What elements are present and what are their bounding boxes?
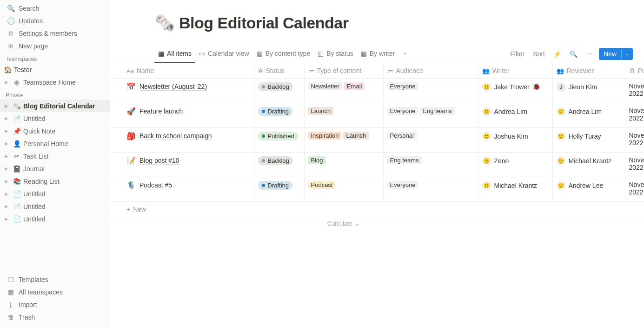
row-title[interactable]: Blog post #10 [139, 157, 179, 165]
tag[interactable]: Personal [387, 132, 417, 140]
chevron-right-icon[interactable]: ▶ [3, 128, 10, 133]
row-title[interactable]: Newsletter (August '22) [139, 83, 207, 91]
sidebar-page-untitled[interactable]: ▶📄Untitled [0, 112, 110, 125]
status-pill[interactable]: Drafting [258, 181, 293, 190]
reviewer-cell[interactable]: 🙂Michael Krantz [552, 153, 625, 177]
column-audience[interactable]: ≔Audience [383, 63, 478, 79]
audience-cell[interactable]: Everyone [383, 79, 478, 103]
reviewer-cell[interactable]: 🙂Andrea Lim [552, 103, 625, 128]
chevron-right-icon[interactable]: ▶ [3, 191, 10, 196]
writer-cell[interactable]: 🙂Andrea Lim [478, 103, 552, 128]
view-tab-by-content-type[interactable]: ▦By content type [253, 45, 314, 63]
type-cell[interactable]: Podcast [304, 177, 383, 202]
sidebar-page-untitled[interactable]: ▶📄Untitled [0, 213, 110, 225]
chevron-right-icon[interactable]: ▶ [3, 153, 10, 159]
table-row[interactable]: 📅Newsletter (August '22) Backlog Newslet… [110, 79, 644, 103]
workspace-switcher[interactable]: 🏠 Tester [0, 63, 110, 76]
person-chip[interactable]: 🙂Andrea Lim [557, 107, 602, 116]
chevron-right-icon[interactable]: ▶ [3, 166, 10, 171]
chevron-right-icon[interactable]: ▶ [3, 216, 10, 221]
tag[interactable]: Everyone [387, 107, 418, 115]
sidebar-page-blog-editorial-calendar[interactable]: ▶🗞️Blog Editorial Calendar [0, 100, 110, 112]
view-tab-calendar-view[interactable]: ▭Calendar view [195, 45, 253, 63]
column-name[interactable]: AaName [110, 63, 254, 79]
sidebar-search[interactable]: 🔍Search [2, 2, 108, 14]
status-pill[interactable]: Published [258, 132, 298, 140]
sidebar-page-reading-list[interactable]: ▶📚Reading List [0, 175, 110, 187]
table-row[interactable]: 🎒Back to school campaign Published Inspi… [110, 128, 644, 153]
reviewer-cell[interactable]: 🙂Holly Turay [552, 128, 625, 153]
page-emoji-icon[interactable]: 🗞️ [154, 13, 175, 33]
sidebar-page-quick-note[interactable]: ▶📌Quick Note [0, 125, 110, 137]
more-icon[interactable]: ⋯ [584, 48, 594, 60]
table-row[interactable]: 🚀Feature launch Drafting Launch Everyone… [110, 103, 644, 128]
type-cell[interactable]: NewsletterEmail [304, 79, 383, 103]
sort-button[interactable]: Sort [531, 48, 547, 60]
new-button[interactable]: New [599, 48, 621, 60]
sidebar-page-personal-home[interactable]: ▶👤Personal Home [0, 137, 110, 150]
chevron-right-icon[interactable]: ▶ [3, 116, 10, 121]
reviewer-cell[interactable]: 🙂Andrew Lee [552, 177, 625, 202]
type-cell[interactable]: Launch [304, 103, 383, 128]
chevron-right-icon[interactable]: ▶ [3, 141, 10, 146]
tag[interactable]: Everyone [387, 181, 418, 189]
writer-cell[interactable]: 🙂Jake Trower🐞 [478, 79, 552, 103]
publish-cell[interactable]: Novem2022 [625, 79, 644, 103]
sidebar-updates[interactable]: 🕘Updates [2, 14, 108, 27]
tag[interactable]: Email [344, 82, 365, 90]
tag[interactable]: Newsletter [308, 82, 342, 90]
search-icon[interactable]: 🔍 [568, 48, 579, 60]
row-title[interactable]: Podcast #5 [139, 181, 172, 189]
person-chip[interactable]: 🙂Holly Turay [557, 132, 601, 141]
teamspace-home[interactable]: ▶ ◉ Teamspace Home [0, 76, 110, 88]
new-dropdown-icon[interactable]: ⌄ [621, 49, 633, 59]
sidebar-page-journal[interactable]: ▶📓Journal [0, 162, 110, 175]
audience-cell[interactable]: Everyone [383, 177, 478, 202]
tag[interactable]: Launch [308, 107, 334, 115]
type-cell[interactable]: InspirationLaunch [304, 128, 383, 153]
publish-cell[interactable]: Novem2022 [625, 103, 644, 128]
person-chip[interactable]: 🙂Michael Krantz [482, 181, 538, 190]
page-title[interactable]: Blog Editorial Calendar [179, 14, 348, 32]
sidebar-new-page[interactable]: ⊕New page [2, 40, 108, 52]
new-row-button[interactable]: + New [110, 202, 644, 217]
column-writer[interactable]: 👥Writer [478, 63, 552, 79]
person-chip[interactable]: 🙂Zeno [482, 156, 509, 166]
tag[interactable]: Eng teams [420, 107, 454, 115]
publish-cell[interactable]: Novem2022 [625, 153, 644, 177]
sidebar-page-task-list[interactable]: ▶✂Task List [0, 150, 110, 162]
tag[interactable]: Everyone [387, 82, 418, 90]
person-chip[interactable]: 🙂Michael Krantz [557, 156, 612, 166]
column-type[interactable]: ≔Type of content [304, 63, 383, 79]
tag[interactable]: Inspiration [308, 132, 342, 140]
writer-cell[interactable]: 🙂Joshua Kim [478, 128, 552, 153]
chevron-right-icon[interactable]: ▶ [3, 179, 10, 184]
tag[interactable]: Blog [308, 156, 326, 164]
reviewer-cell[interactable]: JJieun Kim [552, 79, 625, 103]
person-chip[interactable]: 🐞 [532, 83, 540, 90]
person-chip[interactable]: 🙂Jake Trower [482, 82, 530, 92]
audience-cell[interactable]: Personal [383, 128, 478, 153]
tag[interactable]: Launch [343, 132, 369, 140]
sidebar-templates[interactable]: ❐Templates [2, 273, 108, 286]
status-pill[interactable]: Backlog [258, 156, 293, 165]
row-title[interactable]: Feature launch [139, 107, 183, 115]
table-row[interactable]: 📝Blog post #10 Backlog Blog Eng teams 🙂Z… [110, 153, 644, 177]
tag[interactable]: Eng teams [387, 156, 422, 164]
sidebar-settings-members[interactable]: ⚙Settings & members [2, 27, 108, 40]
calculate-button[interactable]: Calculate ⌄ [110, 217, 363, 230]
publish-cell[interactable]: Novem2022 [625, 177, 644, 202]
sidebar-import[interactable]: ⭳Import [2, 298, 108, 311]
person-chip[interactable]: 🙂Andrea Lim [482, 107, 528, 116]
publish-cell[interactable]: Novem2022 [625, 128, 644, 153]
view-tab-by-writer[interactable]: ▦By writer [357, 45, 398, 63]
sidebar-page-untitled[interactable]: ▶📄Untitled [0, 187, 110, 200]
person-chip[interactable]: 🙂Joshua Kim [482, 132, 528, 141]
sidebar-all-teamspaces[interactable]: ▦All teamspaces [2, 286, 108, 298]
row-title[interactable]: Back to school campaign [139, 132, 212, 140]
view-tab-by-status[interactable]: ▥By status [314, 45, 357, 63]
sidebar-trash[interactable]: 🗑Trash [2, 311, 108, 323]
writer-cell[interactable]: 🙂Michael Krantz [478, 177, 552, 202]
chevron-right-icon[interactable]: ▶ [3, 204, 10, 209]
view-tab-all-items[interactable]: ▦All items [154, 45, 195, 63]
